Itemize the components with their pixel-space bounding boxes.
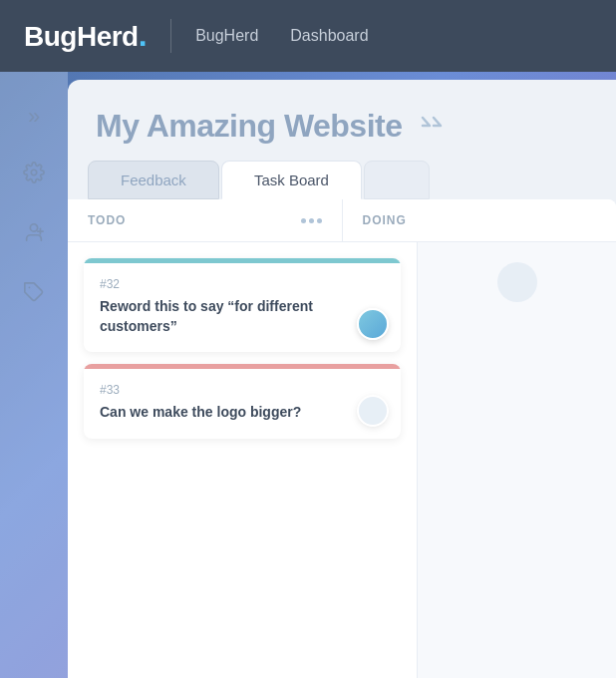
page-header: My Amazing Website (68, 80, 616, 161)
avatar-32 (357, 308, 389, 340)
chevron-down-icon[interactable] (421, 115, 449, 138)
dot-1 (301, 218, 306, 223)
avatar-33-ghost (357, 395, 389, 427)
tag-icon[interactable] (23, 281, 45, 309)
col-header-doing: DOING (342, 199, 617, 241)
add-user-icon[interactable] (23, 221, 45, 249)
columns-header: TODO DOING (68, 199, 616, 242)
tab-extra[interactable] (364, 161, 430, 199)
main-content: » My Amazing Website (0, 72, 616, 678)
doing-column (417, 242, 616, 678)
task-card-33[interactable]: #33 Can we make the logo bigger? (84, 364, 401, 439)
col-todo-label: TODO (88, 213, 126, 227)
card-number-33: #33 (100, 383, 385, 397)
card-title-32: Reword this to say “for different custom… (100, 297, 385, 336)
nav-link-dashboard[interactable]: Dashboard (290, 27, 368, 45)
logo-name: BugHerd (24, 21, 139, 52)
task-card-32[interactable]: #32 Reword this to say “for different cu… (84, 258, 401, 352)
page-title: My Amazing Website (96, 108, 403, 145)
nav-link-bugherd[interactable]: BugHerd (195, 27, 258, 45)
todo-column: #32 Reword this to say “for different cu… (68, 242, 417, 678)
logo-area: BugHerd. (24, 19, 171, 53)
tab-taskboard[interactable]: Task Board (221, 161, 362, 199)
card-body-32: #32 Reword this to say “for different cu… (84, 263, 401, 352)
page-content: My Amazing Website Feedback Task Board T… (68, 80, 616, 678)
logo-dot: . (139, 17, 147, 53)
dot-2 (309, 218, 314, 223)
sidebar: » (0, 72, 68, 678)
board-area: TODO DOING (68, 199, 616, 678)
dot-3 (317, 218, 322, 223)
settings-icon[interactable] (23, 162, 45, 189)
tab-feedback[interactable]: Feedback (88, 161, 219, 199)
tabs-container: Feedback Task Board (68, 161, 616, 199)
chevron-right-icon[interactable]: » (28, 104, 40, 130)
card-title-33: Can we make the logo bigger? (100, 403, 385, 423)
card-number-32: #32 (100, 277, 385, 291)
nav-links: BugHerd Dashboard (195, 27, 368, 45)
todo-dots-menu[interactable] (301, 218, 322, 223)
col-doing-label: DOING (363, 213, 407, 227)
doing-placeholder (497, 262, 537, 302)
svg-point-0 (31, 170, 37, 175)
top-navigation: BugHerd. BugHerd Dashboard (0, 0, 616, 72)
card-body-33: #33 Can we make the logo bigger? (84, 369, 401, 439)
logo-text: BugHerd. (24, 19, 147, 53)
col-header-todo: TODO (68, 199, 342, 241)
cards-area: #32 Reword this to say “for different cu… (68, 242, 616, 678)
svg-point-1 (30, 224, 37, 231)
